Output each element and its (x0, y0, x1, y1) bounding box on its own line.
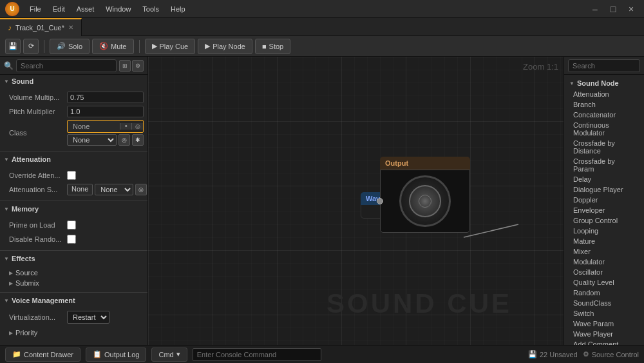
attenuation-arrow-icon: ▼ (4, 157, 9, 162)
effects-section-header[interactable]: ▼ Effects (0, 252, 147, 265)
tab-icon: ♪ (8, 23, 12, 32)
menu-tools[interactable]: Tools (137, 4, 164, 14)
play-node-icon: ▶ (205, 42, 210, 50)
right-item-concatenator[interactable]: Concatenator (564, 110, 644, 120)
canvas-area[interactable]: Zoom 1:1 SOUND CUE Wave Player : Track_0… (148, 57, 564, 345)
unsaved-status: 💾 22 Unsaved (528, 350, 578, 358)
right-item-quality-level[interactable]: Quality Level (564, 277, 644, 288)
source-arrow-icon: ▶ (9, 270, 13, 276)
volume-input[interactable] (67, 92, 144, 103)
output-node[interactable]: Output (380, 157, 470, 233)
stop-button[interactable]: ■ Stop (255, 39, 290, 54)
override-atten-checkbox[interactable] (67, 171, 76, 180)
virt-select[interactable]: Restart (67, 311, 109, 324)
solo-button[interactable]: 🔊 Solo (50, 39, 90, 54)
right-item-oscillator[interactable]: Oscillator (564, 267, 644, 277)
atten-dropdown[interactable]: None (95, 184, 133, 195)
class-select-icon[interactable]: ⚬ (120, 123, 131, 130)
cmd-dropdown-button[interactable]: Cmd ▾ (151, 348, 187, 362)
menu-edit[interactable]: Edit (48, 4, 70, 14)
right-item-delay[interactable]: Delay (564, 174, 644, 184)
source-control-status[interactable]: ⚙ Source Control (583, 350, 639, 358)
maximize-button[interactable]: □ (605, 2, 621, 16)
right-item-attenuation[interactable]: Attenuation (564, 89, 644, 99)
left-search-icons: ⊞ ⚙ (119, 60, 144, 72)
right-item-wave-param[interactable]: Wave Param (564, 319, 644, 329)
left-search-input[interactable] (16, 59, 117, 72)
sep4 (0, 292, 147, 293)
sound-section-content: Volume Multip... Pitch Multiplier Class (0, 88, 147, 150)
left-panel: 🔍 ⊞ ⚙ ▼ Sound Volume Multip... (0, 57, 148, 345)
class-icons: ⚬ ◎ (120, 123, 143, 130)
menu-help[interactable]: Help (166, 4, 191, 14)
settings-icon[interactable]: ⚙ (132, 60, 144, 72)
right-item-looping[interactable]: Looping (564, 226, 644, 236)
right-search-input[interactable] (568, 59, 640, 72)
prime-on-load-checkbox[interactable] (67, 221, 76, 230)
source-item[interactable]: ▶ Source (5, 268, 147, 278)
tab-track01[interactable]: ♪ Track_01_Cue* ✕ (0, 18, 82, 36)
minimize-button[interactable]: – (587, 2, 603, 16)
right-item-enveloper[interactable]: Enveloper (564, 205, 644, 215)
log-icon: 📋 (93, 350, 102, 358)
override-atten-row: Override Atten... (5, 168, 147, 182)
right-item-mature[interactable]: Mature (564, 236, 644, 246)
right-item-group-control[interactable]: Group Control (564, 215, 644, 226)
left-search-bar: 🔍 ⊞ ⚙ (0, 57, 147, 75)
right-item-crossfade-param[interactable]: Crossfade by Param (564, 156, 644, 174)
right-item-continuous-modulator[interactable]: Continuous Modulator (564, 120, 644, 138)
atten-pick-icon[interactable]: ◎ (135, 184, 147, 195)
history-button[interactable]: ⟳ (23, 39, 39, 54)
pitch-input[interactable] (67, 106, 144, 117)
right-item-doppler[interactable]: Doppler (564, 195, 644, 205)
right-item-add-comment[interactable]: Add Comment... (564, 339, 644, 345)
titlebar: U File Edit Asset Window Tools Help – □ … (0, 0, 644, 18)
main-layout: 🔍 ⊞ ⚙ ▼ Sound Volume Multip... (0, 57, 644, 345)
attenuation-section-header[interactable]: ▼ Attenuation (0, 153, 147, 166)
tab-close-button[interactable]: ✕ (68, 24, 73, 31)
play-node-button[interactable]: ▶ Play Node (198, 39, 252, 54)
memory-section-header[interactable]: ▼ Memory (0, 202, 147, 215)
output-log-button[interactable]: 📋 Output Log (86, 348, 146, 362)
voice-mgmt-section-header[interactable]: ▼ Voice Management (0, 294, 147, 307)
grid-view-icon[interactable]: ⊞ (119, 60, 131, 72)
mute-button[interactable]: 🔇 Mute (92, 39, 133, 54)
menu-asset[interactable]: Asset (71, 4, 100, 14)
close-button[interactable]: × (623, 2, 639, 16)
toolbar: 💾 ⟳ 🔊 Solo 🔇 Mute ▶ Play Cue ▶ Play Node… (0, 36, 644, 57)
menu-window[interactable]: Window (100, 4, 136, 14)
output-node-input-pin[interactable] (377, 198, 383, 204)
console-command-input[interactable] (193, 348, 321, 361)
atten-none-btn: None (67, 184, 93, 195)
content-drawer-button[interactable]: 📁 Content Drawer (5, 348, 80, 362)
right-panel: ▼ Sound Node Attenuation Branch Concaten… (564, 57, 644, 345)
menu-file[interactable]: File (24, 4, 46, 14)
class-row: Class None ⚬ ◎ None (5, 119, 147, 147)
atten-s-selector: None None ◎ ✱ (67, 184, 147, 195)
right-item-soundclass[interactable]: SoundClass (564, 298, 644, 308)
sound-section-header[interactable]: ▼ Sound (0, 75, 147, 88)
right-item-modulator[interactable]: Modulator (564, 257, 644, 267)
right-item-mixer[interactable]: Mixer (564, 246, 644, 257)
play-cue-button[interactable]: ▶ Play Cue (145, 39, 196, 54)
submix-item[interactable]: ▶ Submix (5, 278, 147, 288)
right-item-crossfade-distance[interactable]: Crossfade by Distance (564, 138, 644, 156)
right-item-switch[interactable]: Switch (564, 308, 644, 319)
save-button[interactable]: 💾 (5, 39, 21, 54)
submix-arrow-icon: ▶ (9, 280, 13, 286)
class-browse-icon[interactable]: ◎ (131, 123, 143, 130)
atten-s-row: Attenuation S... None None ◎ ✱ (5, 182, 147, 197)
class-clear-icon[interactable]: ✱ (132, 134, 144, 146)
class-dropdown[interactable]: None (67, 134, 117, 146)
source-label: Source (15, 269, 38, 277)
priority-item[interactable]: ▶ Priority (5, 328, 147, 338)
unsaved-icon: 💾 (528, 350, 537, 358)
right-item-wave-player[interactable]: Wave Player (564, 329, 644, 339)
right-item-random[interactable]: Random (564, 288, 644, 298)
right-item-dialogue-player[interactable]: Dialogue Player (564, 184, 644, 195)
disable-rando-checkbox[interactable] (67, 235, 76, 244)
class-pick-icon[interactable]: ◎ (118, 134, 130, 146)
right-item-branch[interactable]: Branch (564, 99, 644, 110)
right-panel-content: ▼ Sound Node Attenuation Branch Concaten… (564, 75, 644, 345)
submix-label: Submix (15, 279, 39, 287)
